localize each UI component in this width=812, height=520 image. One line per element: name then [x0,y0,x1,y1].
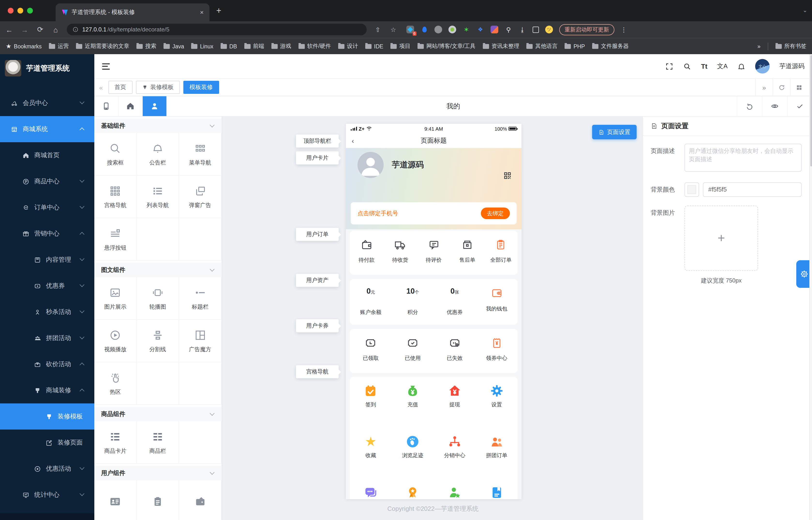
bg-color-input[interactable] [703,182,802,197]
window-scrollbar[interactable] [809,54,812,520]
fullscreen-icon[interactable] [665,62,673,70]
component-user-wallet[interactable] [179,480,221,520]
asset-points[interactable]: 10个积分 [392,279,434,324]
section-goods-components[interactable]: 商品组件 [94,407,221,421]
downloads-icon[interactable]: ⭳ [519,26,526,33]
back-chevron-icon[interactable]: ‹ [352,137,354,145]
maximize-window-button[interactable] [27,8,33,14]
component-magic-cube[interactable]: 广告魔方 [179,320,221,362]
sidebar-item-member-center[interactable]: 会员中心 [0,90,94,116]
extension-icon[interactable]: 6 [407,26,414,33]
sidebar-item-promo-activity[interactable]: 优惠活动 [0,456,94,482]
asset-coupons[interactable]: 0张优惠券 [434,279,476,324]
sidebar-item-marketing-center[interactable]: 营销中心 [0,220,94,247]
search-icon[interactable] [683,62,691,70]
sidebar-item-bargain[interactable]: 砍价活动 [0,351,94,377]
bookmark-folder[interactable]: 网站/博客/文章/工具 [418,43,475,50]
sidebar-item-decorate-template[interactable]: 装修模板 [0,404,94,430]
sidebar-item-group-buy[interactable]: 拼团活动 [0,325,94,351]
tab-template-decorate[interactable]: 模板装修 [183,81,219,94]
sidebar-item-mall-decorate[interactable]: 商城装修 [0,377,94,404]
grid-browse-history[interactable]: 浏览足迹 [392,434,434,459]
grid-settings[interactable]: 设置 [476,384,518,408]
user-assets-component[interactable]: 0元账户余额 10个积分 0张优惠券 我的钱包 [350,279,518,324]
order-all[interactable]: 全部订单 [484,231,518,275]
bookmark-folder[interactable]: 近期需要读的文章 [76,43,129,50]
component-notice-bar[interactable]: 公告栏 [137,133,179,176]
label-grid-nav[interactable]: 宫格导航 [296,365,339,378]
component-user-card[interactable] [94,480,137,520]
close-window-button[interactable] [8,8,14,14]
grid-messages[interactable] [350,485,392,499]
bookmark-folder[interactable]: 游戏 [271,43,291,50]
grid-id-card[interactable] [476,485,518,499]
bookmark-folder[interactable]: 文件服务器 [592,43,629,50]
color-swatch[interactable] [684,182,699,197]
coupon-expired[interactable]: 已失效 [434,329,476,373]
order-pending-receive[interactable]: 待收货 [384,231,417,275]
component-divider[interactable]: 分割线 [137,320,179,362]
sidebar-item-decorate-page[interactable]: 装修页面 [0,430,94,456]
coupon-used[interactable]: 已使用 [392,329,434,373]
grid-withdraw[interactable]: 提现 [434,384,476,408]
grid-member[interactable] [434,485,476,499]
label-top-navbar[interactable]: 顶部导航栏 [296,134,339,148]
label-user-assets[interactable]: 用户资产 [296,274,339,287]
component-title-bar[interactable]: 标题栏 [179,277,221,320]
tab-home[interactable]: 首页 [108,81,133,94]
bind-phone-button[interactable]: 去绑定 [481,208,510,219]
phone-navbar[interactable]: ‹ 页面标题 [346,133,522,148]
address-bar[interactable]: 127.0.0.1/diy/template/decorate/5 [67,24,367,35]
language-icon[interactable]: 文A [717,62,728,71]
preview-button[interactable] [762,96,787,116]
sidebar-item-stats-center[interactable]: 统计中心 [0,482,94,508]
bookmark-folder[interactable]: DB [220,43,237,49]
component-video-player[interactable]: 视频播放 [94,320,137,362]
coupon-center[interactable]: 领券中心 [476,329,518,373]
bookmark-folder[interactable]: Java [163,43,184,49]
component-image-display[interactable]: 图片展示 [94,277,137,320]
user-coupons-component[interactable]: 已领取 已使用 已失效 领券中心 [350,329,518,373]
device-home-button[interactable] [119,96,143,116]
bookmark-folder[interactable]: 运营 [49,43,69,50]
component-search-box[interactable]: 搜索框 [94,133,137,176]
user-avatar[interactable]: 文心 [755,59,770,74]
sidebar-item-seckill[interactable]: 秒杀活动 [0,299,94,325]
minimize-window-button[interactable] [18,8,23,14]
bookmarks-manager[interactable]: ★Bookmarks [6,43,42,50]
grid-distribution[interactable]: 分销中心 [434,434,476,459]
grid-sign-in[interactable]: 签到 [350,384,392,408]
bookmark-folder[interactable]: IDE [365,43,383,49]
section-user-components[interactable]: 用户组件 [94,466,221,480]
component-hotzone[interactable]: 热区 [94,362,137,405]
tab-search-icon[interactable]: ⌄ [803,7,807,14]
all-bookmarks[interactable]: 所有书签 [776,43,807,50]
browser-tab[interactable]: 芋道管理系统 - 模板装修 × [56,3,209,21]
bg-image-upload[interactable]: + [684,206,758,271]
sidebar-item-order-center[interactable]: 订单中心 [0,194,94,220]
site-info-icon[interactable] [73,27,78,32]
menu-collapse-icon[interactable] [102,63,110,70]
order-after-sale[interactable]: 售后单 [450,231,484,275]
device-phone-button[interactable] [94,96,119,116]
coupon-received[interactable]: 已领取 [350,329,392,373]
label-user-card[interactable]: 用户卡片 [296,151,339,164]
reload-icon[interactable]: ⟳ [36,25,45,34]
component-grid-nav[interactable]: 宫格导航 [94,176,137,218]
back-icon[interactable]: ← [5,25,14,34]
save-button[interactable] [787,96,812,116]
bookmark-folder[interactable]: 资讯未整理 [483,43,519,50]
bookmark-folder[interactable]: 搜索 [136,43,156,50]
tab-decorate-template[interactable]: 装修模板 [136,81,180,94]
user-order-component[interactable]: 待付款 待收货 待评价 售后单 全部订单 [350,231,518,275]
extension-icon[interactable]: ❖ [476,26,484,33]
component-list-nav[interactable]: 列表导航 [137,176,179,218]
bookmarks-overflow-icon[interactable]: » [757,43,760,49]
extension-icon[interactable]: ✶ [463,26,470,33]
username[interactable]: 芋道源码 [779,62,805,71]
bookmark-folder[interactable]: 其他语言 [527,43,557,50]
forward-icon[interactable]: → [20,25,29,34]
component-float-button[interactable]: 悬浮按钮 [94,218,137,261]
section-image-text-components[interactable]: 图文组件 [94,263,221,277]
profile-window-icon[interactable] [533,26,539,33]
